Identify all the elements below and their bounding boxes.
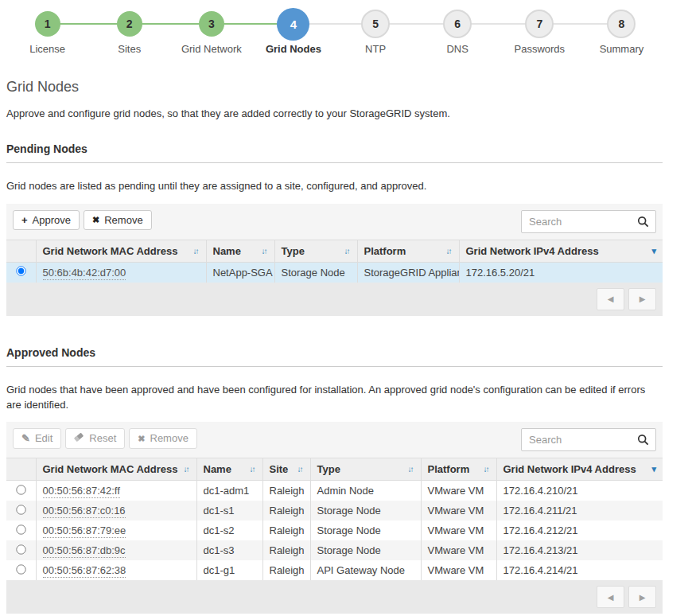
step-circle: 1 bbox=[35, 11, 60, 37]
approved-table-body: 00:50:56:87:42:ffdc1-adm1RaleighAdmin No… bbox=[6, 481, 663, 581]
mac-address: 00:50:56:87:62:38 bbox=[43, 564, 126, 578]
step-circle: 5 bbox=[361, 10, 390, 38]
x-icon: ✖ bbox=[92, 215, 99, 225]
col-type[interactable]: Type↓↑ bbox=[274, 240, 357, 262]
edit-button[interactable]: ✎ Edit bbox=[13, 428, 61, 449]
step-grid-network[interactable]: 3 Grid Network bbox=[170, 6, 252, 55]
step-number: 8 bbox=[619, 18, 625, 30]
table-row[interactable]: 00:50:56:87:42:ffdc1-adm1RaleighAdmin No… bbox=[6, 481, 663, 501]
row-radio[interactable] bbox=[16, 505, 25, 514]
row-radio[interactable] bbox=[16, 544, 25, 554]
approved-nodes-panel: ✎ Edit Reset ✖ Remove bbox=[6, 422, 663, 614]
next-page-button[interactable]: ▶ bbox=[628, 586, 656, 608]
col-mac[interactable]: Grid Network MAC Address↓↑ bbox=[36, 240, 206, 262]
chevron-down-icon[interactable]: ▾ bbox=[651, 246, 656, 256]
type-cell: Storage Node bbox=[310, 540, 421, 560]
col-name[interactable]: Name↓↑ bbox=[206, 240, 274, 262]
site-cell: Raleigh bbox=[262, 481, 310, 501]
pending-nodes-description: Grid nodes are listed as pending until t… bbox=[6, 179, 663, 194]
sort-icon[interactable]: ↓↑ bbox=[408, 465, 414, 474]
approve-button-label: Approve bbox=[33, 214, 71, 227]
step-label: Grid Nodes bbox=[252, 43, 334, 55]
step-number: 5 bbox=[372, 18, 379, 30]
step-passwords[interactable]: 7 Passwords bbox=[499, 6, 581, 55]
row-radio[interactable] bbox=[16, 524, 25, 534]
row-radio-cell bbox=[6, 262, 36, 283]
table-row[interactable]: 50:6b:4b:42:d7:00NetApp-SGAStorage NodeS… bbox=[6, 262, 663, 283]
platform-cell: VMware VM bbox=[421, 481, 496, 501]
mac-cell: 00:50:56:87:db:9c bbox=[36, 540, 196, 560]
table-row[interactable]: 00:50:56:87:62:38dc1-g1RaleighAPI Gatewa… bbox=[6, 560, 663, 580]
approved-table-header-row: Grid Network MAC Address↓↑ Name↓↑ Site↓↑… bbox=[6, 458, 663, 481]
row-radio[interactable] bbox=[16, 267, 25, 276]
mac-cell: 50:6b:4b:42:d7:00 bbox=[36, 262, 206, 283]
table-row[interactable]: 00:50:56:87:db:9cdc1-s3RaleighStorage No… bbox=[6, 540, 663, 560]
reset-button-label: Reset bbox=[89, 432, 116, 445]
pending-search bbox=[521, 210, 656, 233]
sort-icon[interactable]: ↓↑ bbox=[344, 247, 351, 255]
sort-icon[interactable]: ↓↑ bbox=[184, 465, 190, 474]
pending-nodes-table: Grid Network MAC Address↓↑ Name↓↑ Type↓↑… bbox=[6, 240, 663, 283]
col-type[interactable]: Type↓↑ bbox=[310, 458, 421, 481]
name-cell: dc1-g1 bbox=[196, 560, 262, 580]
row-radio-cell bbox=[6, 560, 36, 580]
platform-cell: VMware VM bbox=[421, 560, 496, 580]
remove-button-label: Remove bbox=[104, 214, 142, 227]
table-row[interactable]: 00:50:56:87:c0:16dc1-s1RaleighStorage No… bbox=[6, 501, 663, 520]
approve-button[interactable]: + Approve bbox=[13, 210, 80, 231]
approved-nodes-description: Grid nodes that have been approved and h… bbox=[6, 383, 663, 413]
pending-nodes-panel: + Approve ✖ Remove Grid Network MAC Ad bbox=[6, 204, 663, 316]
search-input[interactable] bbox=[521, 210, 656, 233]
col-ipv4[interactable]: Grid Network IPv4 Address▾ bbox=[459, 240, 663, 262]
step-sites[interactable]: 2 Sites bbox=[88, 6, 170, 55]
col-mac[interactable]: Grid Network MAC Address↓↑ bbox=[36, 458, 196, 481]
step-label: Passwords bbox=[499, 43, 581, 55]
search-input[interactable] bbox=[521, 428, 656, 451]
chevron-down-icon[interactable]: ▾ bbox=[651, 464, 656, 474]
edit-button-label: Edit bbox=[35, 432, 52, 445]
approved-pagination: ◀ ▶ bbox=[6, 580, 663, 614]
step-circle: 8 bbox=[607, 10, 636, 38]
step-label: License bbox=[6, 43, 88, 55]
mac-cell: 00:50:56:87:79:ee bbox=[36, 520, 196, 540]
step-dns[interactable]: 6 DNS bbox=[417, 6, 499, 55]
col-name[interactable]: Name↓↑ bbox=[196, 458, 262, 481]
sort-icon[interactable]: ↓↑ bbox=[484, 465, 490, 474]
ipv4-cell: 172.16.5.20/21 bbox=[459, 262, 663, 283]
table-row[interactable]: 00:50:56:87:79:eedc1-s2RaleighStorage No… bbox=[6, 520, 663, 540]
type-cell: API Gateway Node bbox=[310, 560, 421, 580]
col-platform[interactable]: Platform↓↑ bbox=[421, 458, 496, 481]
site-cell: Raleigh bbox=[262, 540, 310, 560]
col-platform[interactable]: Platform↓↑ bbox=[357, 240, 459, 262]
step-grid-nodes[interactable]: 4 Grid Nodes bbox=[252, 6, 334, 55]
row-radio[interactable] bbox=[16, 564, 25, 574]
step-ntp[interactable]: 5 NTP bbox=[335, 6, 417, 55]
remove-button[interactable]: ✖ Remove bbox=[84, 210, 152, 231]
page-title: Grid Nodes bbox=[6, 79, 663, 96]
reset-button[interactable]: Reset bbox=[65, 428, 125, 449]
sort-icon[interactable]: ↓↑ bbox=[250, 465, 256, 474]
prev-page-button[interactable]: ◀ bbox=[597, 288, 624, 310]
row-radio-cell bbox=[6, 520, 36, 540]
row-radio-cell bbox=[6, 501, 36, 520]
sort-icon[interactable]: ↓↑ bbox=[297, 465, 304, 474]
remove-button-label: Remove bbox=[150, 432, 189, 445]
sort-icon[interactable]: ↓↑ bbox=[193, 247, 200, 255]
step-summary[interactable]: 8 Summary bbox=[581, 6, 663, 55]
sort-icon[interactable]: ↓↑ bbox=[262, 247, 268, 255]
x-icon: ✖ bbox=[138, 434, 145, 444]
type-cell: Storage Node bbox=[310, 501, 421, 520]
step-license[interactable]: 1 License bbox=[6, 6, 88, 55]
prev-page-button[interactable]: ◀ bbox=[597, 586, 624, 608]
remove-button[interactable]: ✖ Remove bbox=[129, 428, 197, 449]
step-circle: 4 bbox=[277, 8, 309, 41]
type-cell: Storage Node bbox=[274, 262, 357, 283]
next-page-button[interactable]: ▶ bbox=[628, 288, 656, 310]
col-ipv4[interactable]: Grid Network IPv4 Address▾ bbox=[496, 458, 663, 481]
col-site[interactable]: Site↓↑ bbox=[262, 458, 310, 481]
sort-icon[interactable]: ↓↑ bbox=[446, 247, 453, 255]
row-radio[interactable] bbox=[16, 485, 25, 494]
site-cell: Raleigh bbox=[262, 501, 310, 520]
ipv4-cell: 172.16.4.212/21 bbox=[496, 520, 663, 540]
page-description: Approve and configure grid nodes, so tha… bbox=[6, 107, 663, 122]
